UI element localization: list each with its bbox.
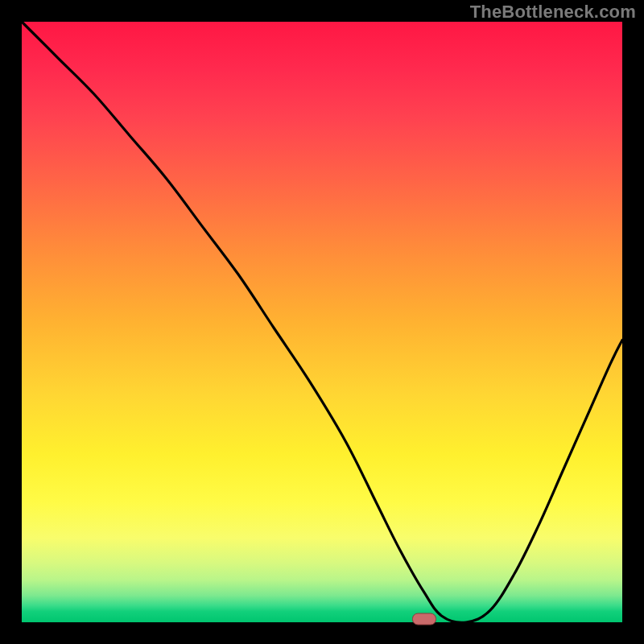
bottleneck-curve: [22, 22, 622, 622]
plot-area: [22, 22, 622, 622]
chart-frame: TheBottleneck.com: [0, 0, 644, 644]
sweet-spot-marker: [412, 613, 436, 625]
curve-path: [22, 22, 622, 622]
watermark-text: TheBottleneck.com: [470, 2, 636, 23]
